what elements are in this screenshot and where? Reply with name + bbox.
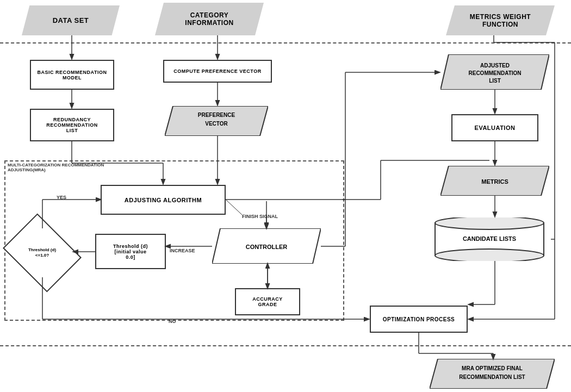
mra-label: MULTI-CATEGORIZATION RECOMMENDATIONADJUS… xyxy=(8,163,104,172)
adjusting-algorithm: ADJUSTING ALGORITHM xyxy=(101,185,226,215)
svg-text:RECOMMENDATION: RECOMMENDATION xyxy=(468,70,521,76)
accuracy-grade: ACCURACYGRADE xyxy=(235,288,300,315)
svg-point-12 xyxy=(435,217,544,229)
header-category: CATEGORY INFORMATION xyxy=(155,3,264,35)
candidate-lists: CANDIDATE LISTS xyxy=(434,217,551,261)
threshold-diamond: Threshold (d)<=1.0? xyxy=(11,228,73,277)
svg-point-13 xyxy=(435,249,544,261)
increase-label: INCREASE xyxy=(170,248,195,253)
mra-final: MRA OPTIMIZED FINAL RECOMMENDATION LIST xyxy=(430,359,555,389)
bottom-dash-line xyxy=(0,345,571,346)
svg-text:CONTROLLER: CONTROLLER xyxy=(246,244,287,250)
adjusted-recommendation-list: ADJUSTED RECOMMENDATION LIST xyxy=(440,54,549,90)
diagram: DATA SET CATEGORY INFORMATION METRICS WE… xyxy=(0,0,571,392)
threshold-box: Threshold (d)[initial value0.0] xyxy=(95,234,166,269)
evaluation: EVALUATION xyxy=(451,114,538,141)
svg-text:MRA OPTIMIZED FINAL: MRA OPTIMIZED FINAL xyxy=(462,365,523,371)
svg-text:RECOMMENDATION LIST: RECOMMENDATION LIST xyxy=(459,374,525,380)
svg-text:PREFERENCE: PREFERENCE xyxy=(198,112,235,118)
optimization-process: OPTIMIZATION PROCESS xyxy=(370,306,468,333)
finish-signal-label: FINISH SIGNAL xyxy=(242,214,278,219)
controller: CONTROLLER xyxy=(212,228,321,264)
metrics: METRICS xyxy=(440,166,549,196)
redundancy-recommendation-list: REDUNDANCYRECOMMENDATIONLIST xyxy=(30,109,114,141)
header-dataset: DATA SET xyxy=(22,5,120,35)
svg-text:ADJUSTED: ADJUSTED xyxy=(480,63,510,69)
compute-preference-vector: COMPUTE PREFERENCE VECTOR xyxy=(163,60,272,83)
svg-text:METRICS: METRICS xyxy=(481,178,508,185)
preference-vector: PREFERENCE VECTOR xyxy=(165,106,268,136)
basic-recommendation-model: BASIC RECOMMENDATIONMODEL xyxy=(30,60,114,90)
svg-text:CANDIDATE LISTS: CANDIDATE LISTS xyxy=(463,235,516,242)
header-metrics: METRICS WEIGHT FUNCTION xyxy=(446,5,555,35)
svg-text:LIST: LIST xyxy=(489,78,501,84)
yes-label: YES xyxy=(57,195,66,200)
no-label: NO xyxy=(169,319,176,324)
top-dash-line xyxy=(0,42,571,43)
svg-text:VECTOR: VECTOR xyxy=(205,121,228,127)
